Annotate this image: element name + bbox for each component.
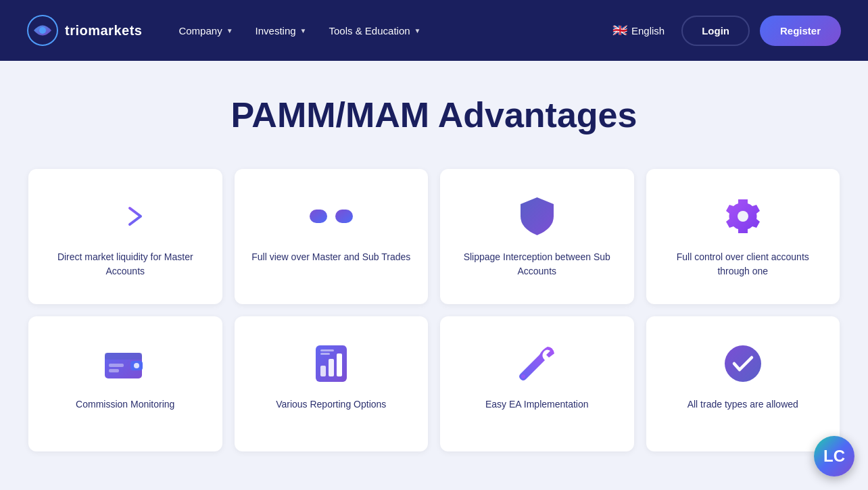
nav-links: Company ▼ Investing ▼ Tools & Education … [169, 18, 599, 43]
chevron-down-icon: ▼ [300, 27, 307, 34]
logo-area[interactable]: triomarkets [27, 15, 142, 46]
chat-widget-label: LC [823, 447, 845, 466]
flag-icon: 🇬🇧 [612, 23, 627, 38]
checkmark-icon [719, 343, 767, 384]
nav-item-investing[interactable]: Investing ▼ [246, 18, 316, 43]
card-text: Commission Monitoring [76, 397, 174, 412]
svg-rect-17 [320, 349, 334, 351]
card-ea-implementation: Easy EA Implementation [440, 316, 634, 451]
main-content: PAMM/MAM Advantages Direct market liquid… [0, 61, 868, 490]
svg-point-10 [134, 363, 139, 368]
logo-text: triomarkets [65, 23, 142, 39]
svg-rect-14 [320, 366, 326, 376]
card-full-control: Full control over client accounts throug… [646, 169, 840, 304]
svg-point-19 [521, 374, 525, 378]
navbar: triomarkets Company ▼ Investing ▼ Tools … [0, 0, 868, 61]
wallet-icon [101, 343, 149, 384]
card-text: Full view over Master and Sub Trades [251, 250, 410, 264]
cards-grid: Direct market liquidity for Master Accou… [28, 169, 840, 451]
arrow-icon [101, 196, 149, 237]
wrench-icon [513, 343, 560, 384]
card-text: Various Reporting Options [276, 397, 386, 412]
svg-rect-8 [105, 353, 142, 360]
svg-point-1 [39, 27, 46, 34]
chat-widget[interactable]: LC [814, 436, 854, 476]
card-reporting: Various Reporting Options [235, 316, 429, 451]
card-text: Slippage Interception between Sub Accoun… [454, 250, 621, 278]
nav-item-tools-education[interactable]: Tools & Education ▼ [320, 18, 431, 43]
glasses-icon [308, 196, 355, 237]
svg-point-6 [738, 211, 748, 222]
svg-rect-3 [310, 210, 327, 223]
shield-icon [513, 196, 560, 237]
login-button[interactable]: Login [681, 16, 750, 46]
svg-rect-15 [329, 359, 334, 376]
svg-rect-16 [337, 353, 342, 376]
card-text: Full control over client accounts throug… [660, 250, 827, 278]
card-direct-market: Direct market liquidity for Master Accou… [28, 169, 222, 304]
svg-rect-4 [335, 210, 353, 223]
chevron-down-icon: ▼ [414, 27, 421, 34]
gear-icon [719, 196, 767, 237]
chart-icon [308, 343, 355, 384]
svg-rect-11 [109, 364, 124, 367]
card-trade-types: All trade types are allowed [646, 316, 840, 451]
register-button[interactable]: Register [760, 16, 841, 46]
card-text: Direct market liquidity for Master Accou… [42, 250, 209, 278]
card-text: All trade types are allowed [688, 397, 798, 412]
card-commission: Commission Monitoring [28, 316, 222, 451]
card-full-view: Full view over Master and Sub Trades [235, 169, 429, 304]
nav-right: 🇬🇧 English Login Register [606, 16, 841, 46]
card-text: Easy EA Implementation [485, 397, 589, 412]
chevron-down-icon: ▼ [226, 27, 233, 34]
logo-icon [27, 15, 58, 46]
page-title: PAMM/MAM Advantages [27, 95, 841, 135]
svg-point-20 [725, 345, 761, 382]
svg-rect-18 [320, 353, 330, 355]
card-slippage: Slippage Interception between Sub Accoun… [440, 169, 634, 304]
nav-item-company[interactable]: Company ▼ [169, 18, 242, 43]
language-selector[interactable]: 🇬🇧 English [606, 19, 671, 42]
svg-rect-12 [109, 369, 119, 372]
